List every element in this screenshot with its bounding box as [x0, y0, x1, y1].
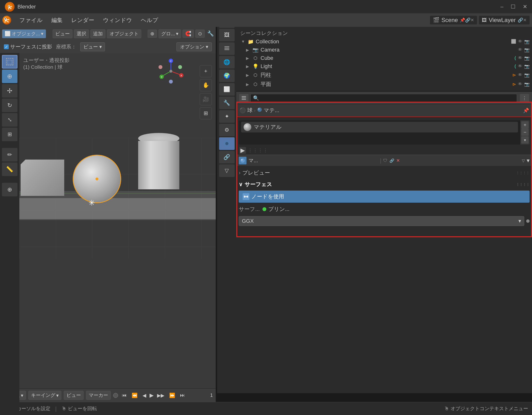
scene-selector[interactable]: 🎬 Scene 📌🔗✕	[430, 16, 477, 24]
material-icon-button[interactable]	[239, 157, 247, 164]
outliner-row-cube[interactable]: ▶ ⬡ Cube ( 👁 📷	[236, 54, 532, 62]
outliner-row-camera[interactable]: ▶ 📷 Camera 👁 📷	[236, 46, 532, 54]
coord-system-selector[interactable]: ビュー ▾	[80, 42, 105, 51]
close-button[interactable]: ✕	[523, 4, 527, 10]
cube-object[interactable]	[21, 160, 64, 196]
navigation-gizmo[interactable]: Z X Y	[158, 58, 184, 84]
props-extra-menu[interactable]: ⋮	[520, 94, 529, 102]
cube-eye-icon[interactable]: 👁	[518, 55, 522, 61]
timeline-marker-menu[interactable]: マーカー	[86, 391, 111, 400]
next-keyframe-button[interactable]: ⏩	[168, 392, 177, 398]
light-eye-icon[interactable]: 👁	[518, 64, 522, 69]
measure-tool[interactable]: 📏	[2, 162, 18, 176]
view-layer-selector[interactable]: 🖼 ViewLayer 🔗✕	[479, 16, 530, 24]
timeline-view-menu[interactable]: ビュー	[64, 391, 84, 400]
camera-eye-icon[interactable]: 👁	[518, 47, 522, 53]
viewport-shading-button[interactable]: ⊞	[200, 107, 212, 119]
menu-window[interactable]: ウィンドウ	[99, 15, 136, 25]
cylinder-object[interactable]	[138, 133, 179, 189]
prev-keyframe-button[interactable]: ⏪	[130, 392, 139, 398]
rotate-tool[interactable]: ↻	[2, 99, 18, 112]
sphere-object[interactable]	[73, 155, 121, 203]
annotate-tool[interactable]: ✏	[2, 148, 18, 161]
collection-eye-icon[interactable]: 👁	[518, 39, 522, 44]
ggx-selector[interactable]: GGX ▾	[239, 216, 524, 226]
cylinder-eye-icon[interactable]: 👁	[518, 72, 522, 78]
physics-properties-button[interactable]: ⚙	[219, 124, 235, 136]
zoom-in-button[interactable]: +	[200, 65, 212, 77]
ctx-pin-icon[interactable]: 📌	[523, 108, 529, 113]
constraints-properties-button[interactable]: 🔗	[219, 151, 235, 163]
modifier-properties-button[interactable]: 🔧	[219, 97, 235, 109]
camera-cam-icon[interactable]: 📷	[524, 47, 530, 53]
mat-tb-close-button[interactable]: ✕	[396, 158, 400, 163]
menu-file[interactable]: ファイル	[15, 15, 47, 25]
surface-snap-checkbox[interactable]: ✓	[4, 44, 9, 49]
cube-cam-icon[interactable]: 📷	[524, 55, 530, 61]
transform-tool[interactable]: ⊞	[2, 128, 18, 141]
transform-pivot[interactable]: ⊕	[148, 29, 157, 38]
data-properties-button[interactable]: ▽	[219, 164, 235, 177]
material-remove-button[interactable]: −	[521, 129, 529, 136]
select-box-tool[interactable]: ⬚	[2, 55, 18, 69]
collection-row-collection[interactable]: ▼ 📁 Collection 👁 📷	[236, 37, 532, 46]
view-menu[interactable]: ビュー	[53, 29, 73, 38]
particles-properties-button[interactable]: ✦	[219, 110, 235, 123]
step-forward-button[interactable]: ▶▶	[156, 392, 166, 398]
keying-selector[interactable]: キーイング ▾	[28, 391, 61, 400]
mat-tb-copy-button[interactable]: 🔗	[390, 158, 394, 163]
snap-toggle[interactable]: 🧲	[182, 29, 194, 38]
object-properties-button[interactable]: ⬜	[219, 83, 235, 96]
add-object-tool[interactable]: ⊕	[2, 183, 18, 196]
menu-edit[interactable]: 編集	[47, 15, 67, 25]
use-nodes-button[interactable]: ノードを使用	[239, 191, 530, 203]
proportional-edit[interactable]: ⊙	[195, 29, 205, 38]
world-properties-button[interactable]: 🌍	[219, 69, 235, 82]
outliner-row-light[interactable]: ▶ 💡 Light ( 👁 📷	[236, 62, 532, 70]
outliner-row-cylinder[interactable]: ▶ ⬡ 円柱 ⊳ 👁 📷	[236, 70, 532, 80]
surface-snap-toggle[interactable]: ✓ サーフェスに投影	[4, 43, 52, 50]
material-add-button[interactable]: +	[521, 121, 529, 129]
jump-end-button[interactable]: ⏭	[179, 392, 186, 398]
cursor-tool[interactable]: ⊕	[2, 69, 18, 83]
collection-camera-icon[interactable]: 📷	[524, 39, 530, 44]
menu-help[interactable]: ヘルプ	[136, 15, 163, 25]
hand-tool-button[interactable]: ✋	[200, 79, 212, 91]
scale-tool[interactable]: ⤡	[2, 113, 18, 127]
select-menu[interactable]: 選択	[74, 29, 89, 38]
material-expand-button[interactable]: ▶	[239, 147, 246, 154]
3d-viewport[interactable]: ユーザー・透視投影 (1) Collection | 球 ✳	[19, 53, 216, 393]
properties-search[interactable]: 🔍	[250, 94, 517, 102]
plane-cam-icon[interactable]: 📷	[524, 82, 530, 87]
surface-header[interactable]: ∨ サーフェス ⋮⋮⋮⋮	[239, 180, 530, 189]
global-dropdown[interactable]: グロ... ▾	[159, 29, 181, 38]
svg-point-26	[169, 70, 172, 73]
collection-visibility-check[interactable]	[511, 39, 516, 44]
material-slot-item[interactable]: マテリアル	[241, 122, 518, 132]
object-menu[interactable]: オブジェクト	[107, 29, 141, 38]
material-menu-button[interactable]: ▾	[521, 136, 529, 144]
surface-shader-value[interactable]: プリン...	[268, 206, 289, 213]
mode-selector[interactable]: ⬜ オブジェク... ▾	[2, 29, 46, 38]
material-properties-button[interactable]	[219, 137, 235, 150]
scene-properties-button[interactable]: 🌐	[219, 56, 235, 69]
menu-render[interactable]: レンダー	[67, 15, 99, 25]
preview-header[interactable]: › プレビュー ⋮⋮⋮⋮	[239, 168, 530, 177]
add-menu[interactable]: 追加	[90, 29, 105, 38]
maximize-button[interactable]: ☐	[511, 4, 515, 10]
mat-tb-filter-button[interactable]: ▽	[522, 158, 525, 163]
step-back-button[interactable]: ◀	[141, 392, 148, 398]
output-properties-button[interactable]: 🖼	[219, 29, 235, 41]
minimize-button[interactable]: –	[501, 4, 504, 10]
outliner-row-plane[interactable]: ▶ ⬡ 平面 ⊳ 👁 📷	[236, 80, 532, 89]
plane-eye-icon[interactable]: 👁	[518, 82, 522, 87]
cylinder-cam-icon[interactable]: 📷	[524, 72, 530, 78]
jump-start-button[interactable]: ⏮	[121, 392, 128, 398]
play-button[interactable]: ▶	[150, 392, 154, 398]
props-display-mode[interactable]	[239, 94, 248, 102]
view-layer-properties-button[interactable]	[219, 42, 235, 55]
move-tool[interactable]: ✢	[2, 84, 18, 98]
camera-view-button[interactable]: 🎥	[200, 93, 212, 105]
option-button[interactable]: オプション ▾	[176, 42, 212, 51]
light-cam-icon[interactable]: 📷	[524, 64, 530, 69]
